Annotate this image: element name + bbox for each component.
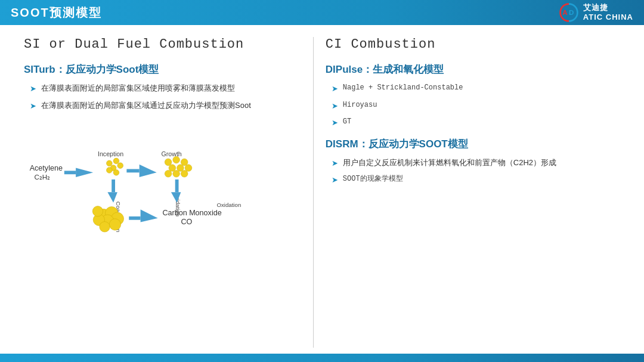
arrow3-shaft (129, 216, 140, 220)
dot2 (113, 158, 119, 164)
svg-point-6 (177, 165, 184, 172)
right-bullet-1a: ➤ Nagle + Strickland-Constable (332, 82, 626, 95)
acetylene-label: Acetylene (30, 164, 63, 172)
svg-point-16 (109, 219, 120, 230)
dot6 (113, 169, 119, 175)
right-section-title: CI Combustion (326, 37, 626, 52)
right-bullet-list-2: ➤ 用户自定义反应机制来计算燃料氧化和前置产物（C2H2）形成 ➤ SOOT的现… (326, 157, 626, 186)
left-bullet-2: ➤ 在薄膜表面附近的局部富集区域通过反应动力学模型预测Soot (30, 100, 301, 112)
svg-point-2 (165, 159, 172, 166)
dot4 (117, 163, 123, 169)
svg-point-7 (185, 165, 192, 172)
svg-point-3 (173, 156, 180, 163)
header-bar: SOOT预测模型 A D 艾迪捷 ATIC CHINA (0, 0, 644, 25)
logo-area: A D 艾迪捷 ATIC CHINA (558, 2, 633, 23)
svg-point-10 (181, 170, 188, 177)
footer-bar (0, 354, 644, 362)
bullet-arrow-icon: ➤ (332, 157, 338, 169)
left-bullet-list: ➤ 在薄膜表面附近的局部富集区域使用喷雾和薄膜蒸发模型 ➤ 在薄膜表面附近的局部… (24, 82, 301, 112)
dot1 (106, 160, 112, 166)
bullet-arrow-icon: ➤ (332, 100, 338, 112)
right-bullet-list-1: ➤ Nagle + Strickland-Constable ➤ Hiroyas… (326, 82, 626, 129)
arrow3-icon (141, 209, 158, 222)
svg-point-17 (100, 222, 110, 232)
acetylene-formula: C₂H₂ (34, 173, 50, 181)
bullet-arrow-icon: ➤ (30, 83, 36, 95)
bullet-arrow-icon: ➤ (332, 117, 338, 129)
bullet-arrow-icon: ➤ (332, 83, 338, 95)
right-subsection1-title: DIPulse：生成和氧化模型 (326, 63, 626, 76)
bullet-arrow-icon: ➤ (30, 100, 36, 112)
oxidation-label2: Oxidation (216, 202, 241, 208)
left-section-title: SI or Dual Fuel Combustion (24, 37, 301, 52)
svg-text:D: D (569, 8, 574, 16)
growth-label: Growth (161, 150, 181, 157)
logo-icon: A D (558, 2, 580, 23)
inception-label: Inception (98, 150, 123, 157)
svg-point-4 (181, 159, 188, 166)
right-subsection2-title: DISRM：反应动力学SOOT模型 (326, 137, 626, 151)
arrow2-shaft (126, 169, 139, 172)
arrow2-icon (140, 165, 157, 177)
right-column: CI Combustion DIPulse：生成和氧化模型 ➤ Nagle + … (313, 37, 626, 348)
co-label: CO (181, 218, 192, 226)
coag-arrow-shaft (112, 180, 115, 192)
right-bullet-1b: ➤ Hiroyasu (332, 100, 626, 112)
svg-point-5 (169, 165, 176, 172)
bullet-arrow-icon: ➤ (332, 174, 338, 186)
carbon-monoxide-label: Carbon Monoxide (162, 209, 221, 217)
logo-text: 艾迪捷 ATIC CHINA (583, 3, 633, 21)
svg-text:A: A (562, 8, 568, 16)
diagram-svg: Acetylene C₂H₂ Inception Gr (24, 120, 301, 236)
right-bullet-2b: ➤ SOOT的现象学模型 (332, 174, 626, 186)
dot5 (106, 168, 112, 174)
svg-point-8 (165, 170, 172, 177)
soot-diagram: Acetylene C₂H₂ Inception Gr (24, 120, 301, 236)
page-title: SOOT预测模型 (11, 5, 102, 21)
left-column: SI or Dual Fuel Combustion SITurb：反应动力学S… (24, 37, 313, 348)
main-content: SI or Dual Fuel Combustion SITurb：反应动力学S… (0, 25, 644, 354)
svg-point-9 (173, 170, 180, 177)
right-bullet-1c: ➤ GT (332, 116, 626, 129)
arrow1-shaft (64, 171, 76, 174)
left-bullet-1: ➤ 在薄膜表面附近的局部富集区域使用喷雾和薄膜蒸发模型 (30, 82, 301, 95)
right-bullet-2a: ➤ 用户自定义反应机制来计算燃料氧化和前置产物（C2H2）形成 (332, 157, 626, 169)
left-subsection1-title: SITurb：反应动力学Soot模型 (24, 63, 301, 76)
oxid-arrow-shaft (175, 180, 179, 192)
arrow1-icon (76, 168, 93, 177)
svg-point-18 (92, 206, 103, 216)
